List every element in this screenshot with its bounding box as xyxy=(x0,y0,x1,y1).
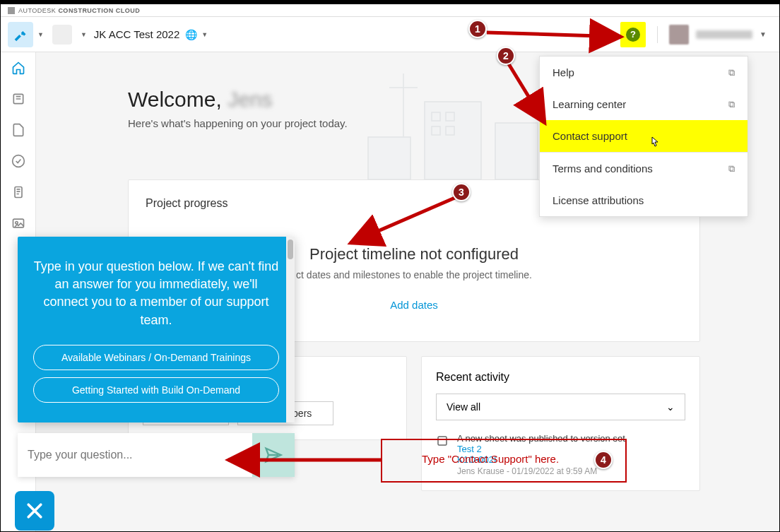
close-icon xyxy=(24,500,45,521)
annotation-text-4: Type "Contact Support" here. xyxy=(422,453,559,465)
sidebar-issues-icon[interactable] xyxy=(10,153,27,170)
globe-icon[interactable]: 🌐 xyxy=(185,29,197,40)
menu-item-license[interactable]: License attributions xyxy=(540,184,748,216)
recent-title: Recent activity xyxy=(436,371,685,384)
chat-intro-text: Type in your question below. If we can't… xyxy=(33,258,279,329)
brand-bar: AUTODESK CONSTRUCTION CLOUD xyxy=(1,4,779,17)
annotation-step-3: 3 xyxy=(452,183,471,201)
chevron-down-icon[interactable]: ▼ xyxy=(760,30,767,38)
chevron-down-icon: ⌄ xyxy=(666,401,675,413)
annotation-step-2: 2 xyxy=(497,47,515,65)
sidebar-forms-icon[interactable] xyxy=(10,184,27,201)
svg-line-19 xyxy=(508,63,545,123)
menu-item-terms[interactable]: Terms and conditions⧉ xyxy=(540,153,748,184)
menu-item-learning[interactable]: Learning center⧉ xyxy=(540,88,748,120)
welcome-block: Welcome, Jens Here's what's happening on… xyxy=(128,88,348,129)
view-all-dropdown[interactable]: View all ⌄ xyxy=(436,394,685,420)
help-dropdown-menu: Help⧉ Learning center⧉ Contact support T… xyxy=(539,56,748,217)
external-link-icon: ⧉ xyxy=(728,99,735,110)
chevron-down-icon[interactable]: ▼ xyxy=(81,31,87,38)
annotation-arrow-2 xyxy=(508,63,557,136)
annotation-step-4: 4 xyxy=(594,451,613,469)
svg-line-18 xyxy=(487,32,621,37)
user-avatar[interactable] xyxy=(669,25,689,45)
chat-suggestion-webinars[interactable]: Available Webinars / On-Demand Trainings xyxy=(33,345,279,370)
sidebar-files-icon[interactable] xyxy=(10,122,27,138)
support-chat-panel: Type in your question below. If we can't… xyxy=(18,237,295,422)
sidebar-photos-icon[interactable] xyxy=(10,215,27,232)
annotation-arrow-3 xyxy=(340,197,463,256)
chevron-down-icon[interactable]: ▼ xyxy=(201,31,208,38)
account-logo[interactable] xyxy=(52,25,72,45)
menu-item-help[interactable]: Help⧉ xyxy=(540,57,748,88)
svg-point-4 xyxy=(15,222,17,224)
svg-line-20 xyxy=(350,197,456,243)
brand-prefix: AUTODESK CONSTRUCTION CLOUD xyxy=(18,7,140,14)
divider xyxy=(657,26,658,43)
svg-rect-5 xyxy=(368,137,410,179)
external-link-icon: ⧉ xyxy=(728,67,735,78)
annotation-step-1: 1 xyxy=(468,20,487,38)
hammer-icon xyxy=(13,28,28,42)
chat-question-input[interactable] xyxy=(18,449,252,461)
autodesk-logo-icon xyxy=(8,7,15,14)
svg-rect-6 xyxy=(425,102,481,179)
chat-close-button[interactable] xyxy=(15,491,54,531)
welcome-heading: Welcome, Jens xyxy=(128,88,348,112)
external-link-icon: ⧉ xyxy=(728,163,735,175)
annotation-arrow-4 xyxy=(220,450,389,474)
chat-suggestion-getting-started[interactable]: Getting Started with Build On-Demand xyxy=(33,377,279,403)
chevron-down-icon[interactable]: ▼ xyxy=(37,31,44,38)
annotation-arrow-1 xyxy=(487,24,635,48)
sidebar-sheets-icon[interactable] xyxy=(10,90,27,107)
svg-point-1 xyxy=(12,155,24,167)
cursor-pointer-icon xyxy=(648,136,661,153)
scrollbar[interactable] xyxy=(286,237,295,422)
app-header: ▼ ▼ JK ACC Test 2022 🌐 ▼ ? ▼ xyxy=(1,17,779,52)
scrollbar-thumb[interactable] xyxy=(288,240,293,259)
welcome-subtitle: Here's what's happening on your project … xyxy=(128,117,348,129)
menu-item-contact-support[interactable]: Contact support xyxy=(540,120,748,152)
sidebar-home-icon[interactable] xyxy=(10,59,27,76)
project-name[interactable]: JK ACC Test 2022 xyxy=(94,28,179,40)
user-name-label xyxy=(696,30,752,39)
product-switcher-button[interactable] xyxy=(8,22,33,47)
